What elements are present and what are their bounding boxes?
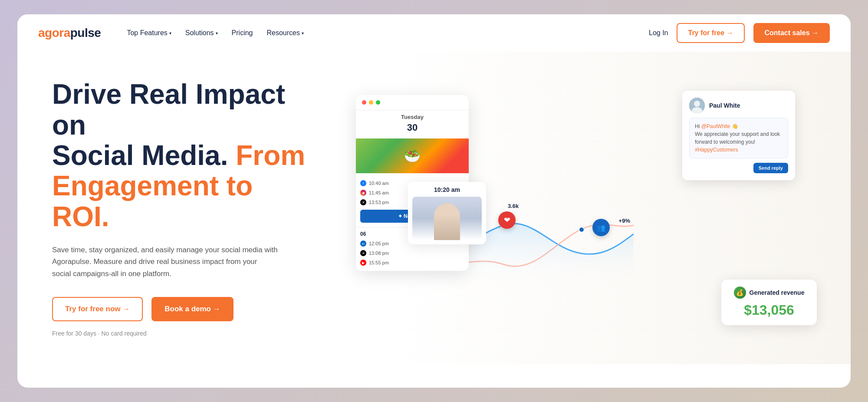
twitter-icon2: ✕ (360, 250, 366, 256)
nav-top-features-label: Top Features (127, 29, 167, 37)
reply-message-box: Hi @PaulWhite 👋 We appreciate your suppo… (689, 118, 788, 158)
chevron-down-icon: ▾ (169, 31, 171, 36)
reply-card: Paul White Hi @PaulWhite 👋 We appreciate… (682, 91, 795, 180)
revenue-icon: 💰 (734, 287, 746, 299)
linkedin-icon: in (360, 241, 366, 247)
revenue-card: 💰 Generated revenue $13,056 (721, 280, 817, 325)
login-link[interactable]: Log In (649, 29, 668, 37)
hero-title-line2: Social Media. (52, 140, 228, 171)
contact-sales-button[interactable]: Contact sales → (753, 23, 830, 43)
hero-book-demo-button[interactable]: Book a demo → (151, 297, 233, 321)
hero-illustration: Tuesday 30 🥗 f 10:40 am ◉ 11:45 am ✕ 13:… (330, 78, 830, 338)
post-time-2: 11:45 am (369, 190, 389, 195)
post-time-3: 13:53 pm (369, 200, 389, 205)
window-dot-red (362, 100, 366, 105)
page-wrapper: agorapulse Top Features ▾ Solutions ▾ Pr… (17, 14, 851, 388)
avatar (689, 98, 705, 113)
try-free-button[interactable]: Try for free → (677, 23, 744, 43)
hero-title-line1: Drive Real Impact on (52, 79, 285, 140)
scheduler-card-header (356, 95, 469, 110)
people-badge: 👥 (592, 219, 610, 236)
heart-count: 3.6k (508, 203, 519, 209)
logo[interactable]: agorapulse (38, 26, 101, 40)
logo-pulse: pulse (70, 26, 101, 40)
window-dot-yellow (369, 100, 373, 105)
nav-right: Log In Try for free → Contact sales → (649, 23, 830, 43)
svg-point-5 (579, 227, 584, 232)
post-time-4: 12:05 pm (369, 241, 389, 246)
facebook-icon: f (360, 180, 366, 186)
nav-pricing-label: Pricing (232, 29, 253, 37)
revenue-amount: $13,056 (732, 302, 806, 318)
navbar: agorapulse Top Features ▾ Solutions ▾ Pr… (17, 14, 851, 52)
hero-title: Drive Real Impact on Social Media. From … (52, 79, 312, 232)
send-reply-button[interactable]: Send reply (753, 163, 788, 173)
preview-time: 10:20 am (412, 186, 482, 193)
youtube-icon: ▶ (360, 260, 366, 266)
post-item-5: ✕ 13:08 pm (360, 248, 464, 258)
reply-username: Paul White (709, 102, 740, 109)
hero-buttons: Try for free now → Book a demo → (52, 297, 312, 321)
reply-user: Paul White (689, 98, 788, 113)
hero-section: Drive Real Impact on Social Media. From … (17, 52, 851, 364)
revenue-label: 💰 Generated revenue (732, 287, 806, 299)
heart-badge: ❤ (498, 211, 516, 229)
nav-pricing[interactable]: Pricing (227, 26, 258, 40)
scheduler-day: Tuesday (356, 110, 469, 122)
logo-agora: agora (38, 26, 70, 40)
chevron-down-icon: ▾ (302, 31, 304, 36)
svg-point-1 (694, 101, 700, 107)
preview-card: 10:20 am (408, 182, 486, 244)
window-dot-green (376, 100, 380, 105)
instagram-icon: ◉ (360, 190, 366, 196)
nav-resources[interactable]: Resources ▾ (262, 26, 309, 40)
post-time-5: 13:08 pm (369, 250, 389, 256)
hero-description: Save time, stay organized, and easily ma… (52, 244, 278, 280)
people-percent: +9% (619, 217, 630, 224)
hero-note: Free for 30 days · No card required (52, 330, 312, 337)
food-image: 🥗 (356, 138, 469, 173)
post-time-6: 15:55 pm (369, 260, 389, 265)
reply-mention: @PaulWhite (701, 123, 730, 129)
nav-resources-label: Resources (267, 29, 300, 37)
hero-title-line3: Engagement to ROI. (52, 170, 253, 232)
hero-content: Drive Real Impact on Social Media. From … (52, 79, 312, 337)
chevron-down-icon: ▾ (216, 31, 218, 36)
hero-title-orange: From (236, 140, 305, 171)
preview-image (412, 197, 482, 240)
twitter-icon: ✕ (360, 199, 366, 205)
reply-hashtag: #HappyCustomers (695, 147, 738, 153)
nav-solutions[interactable]: Solutions ▾ (180, 26, 223, 40)
post-time-1: 10:40 am (369, 181, 389, 186)
nav-solutions-label: Solutions (185, 29, 214, 37)
revenue-label-text: Generated revenue (750, 289, 805, 296)
scheduler-date: 30 (356, 122, 469, 136)
post-item-6: ▶ 15:55 pm (360, 258, 464, 267)
nav-links: Top Features ▾ Solutions ▾ Pricing Resou… (122, 26, 635, 40)
person-image (434, 203, 460, 240)
hero-try-free-button[interactable]: Try for free now → (52, 297, 143, 321)
nav-top-features[interactable]: Top Features ▾ (122, 26, 176, 40)
